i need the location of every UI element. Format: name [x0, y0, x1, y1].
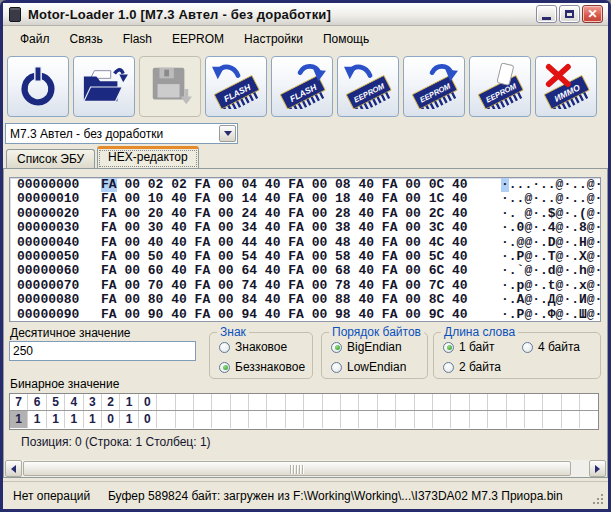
- hex-bytes[interactable]: FA 00 20 40 FA 00 24 40 FA 00 28 40 FA 0…: [101, 207, 468, 221]
- write-flash-button[interactable]: FLASH: [271, 56, 333, 117]
- tab-ecu-list[interactable]: Список ЭБУ: [6, 149, 95, 168]
- minimize-button[interactable]: [536, 5, 557, 23]
- bit-value-cell[interactable]: [286, 411, 304, 428]
- bit-value-cell[interactable]: [267, 411, 285, 428]
- titlebar[interactable]: Motor-Loader 1.0 [М7.3 Автел - без дораб…: [3, 3, 608, 26]
- ecu-combobox[interactable]: М7.3 Автел - без доработки: [5, 123, 238, 144]
- bit-value-cell[interactable]: [231, 411, 249, 428]
- hex-row[interactable]: 00000040FA 00 40 40 FA 00 44 40 FA 00 48…: [10, 236, 600, 250]
- bit-value-cell[interactable]: 0: [139, 411, 157, 428]
- hex-row[interactable]: 00000010FA 00 10 40 FA 00 14 40 FA 00 18…: [10, 192, 600, 206]
- hex-row[interactable]: 00000080FA 00 80 40 FA 00 84 40 FA 00 88…: [10, 293, 600, 307]
- hex-ascii[interactable]: ·.@@·.D@·.H@·: [501, 236, 601, 250]
- bit-value-cell[interactable]: [323, 411, 341, 428]
- bit-value-cell[interactable]: [378, 411, 396, 428]
- hex-row[interactable]: 00000060FA 00 60 40 FA 00 64 40 FA 00 68…: [10, 264, 600, 278]
- hex-ascii[interactable]: ·.`@·.d@·.h@·: [501, 264, 601, 278]
- hex-row[interactable]: 00000020FA 00 20 40 FA 00 24 40 FA 00 28…: [10, 207, 600, 221]
- bit-value-cell[interactable]: [249, 411, 267, 428]
- hex-row[interactable]: 00000090FA 00 90 40 FA 00 94 40 FA 00 98…: [10, 308, 600, 322]
- radio-bigendian[interactable]: [331, 342, 342, 353]
- scroll-left-button[interactable]: [5, 460, 22, 477]
- menu-link[interactable]: Связь: [60, 29, 113, 49]
- hex-bytes[interactable]: FA 00 30 40 FA 00 34 40 FA 00 38 40 FA 0…: [101, 221, 468, 235]
- hex-bytes[interactable]: FA 00 10 40 FA 00 14 40 FA 00 18 40 FA 0…: [101, 192, 468, 206]
- hex-ascii[interactable]: ·.Р@·.Ф@·.Ш@·: [501, 308, 601, 322]
- bit-value-cell[interactable]: [396, 411, 414, 428]
- hex-ascii[interactable]: ·. @·.$@·.(@·: [501, 207, 601, 221]
- open-file-button[interactable]: [73, 56, 135, 117]
- bit-value-cell[interactable]: [157, 411, 175, 428]
- radio-4-bytes[interactable]: [522, 342, 533, 353]
- read-flash-button[interactable]: FLASH: [205, 56, 267, 117]
- hex-bytes[interactable]: FA 00 02 02 FA 00 04 40 FA 00 08 40 FA 0…: [101, 178, 468, 192]
- bit-value-cell[interactable]: [470, 411, 488, 428]
- bit-value-cell[interactable]: 0: [102, 411, 120, 428]
- bit-value-cell[interactable]: [562, 411, 580, 428]
- app-icon[interactable]: [9, 7, 21, 22]
- menu-help[interactable]: Помощь: [313, 29, 379, 49]
- bit-value-cell[interactable]: [359, 411, 377, 428]
- maximize-button[interactable]: [559, 5, 580, 23]
- save-file-button[interactable]: [139, 56, 201, 117]
- hex-row[interactable]: 00000000FA 00 02 02 FA 00 04 40 FA 00 08…: [10, 178, 600, 192]
- bit-value-cell[interactable]: 1: [120, 411, 138, 428]
- radio-lowendian[interactable]: [331, 362, 342, 373]
- bit-value-cell[interactable]: [580, 411, 598, 428]
- hex-bytes[interactable]: FA 00 60 40 FA 00 64 40 FA 00 68 40 FA 0…: [101, 264, 468, 278]
- scrollbar-thumb[interactable]: [23, 461, 571, 476]
- hex-bytes[interactable]: FA 00 70 40 FA 00 74 40 FA 00 78 40 FA 0…: [101, 279, 468, 293]
- bit-value-cell[interactable]: [176, 411, 194, 428]
- erase-eeprom-button[interactable]: EEPROM: [469, 56, 531, 117]
- tab-hex-editor[interactable]: HEX-редактор: [97, 146, 199, 168]
- scroll-right-button[interactable]: [589, 460, 606, 477]
- menu-flash[interactable]: Flash: [113, 29, 162, 49]
- radio-signed[interactable]: [219, 342, 230, 353]
- immo-button[interactable]: ИММО: [535, 56, 597, 117]
- write-eeprom-button[interactable]: EEPROM: [403, 56, 465, 117]
- menu-file[interactable]: Файл: [10, 29, 60, 49]
- hex-ascii[interactable]: ·.А@·.Д@·.И@·: [501, 293, 601, 307]
- selected-byte[interactable]: FA: [101, 177, 117, 192]
- bit-value-cell[interactable]: [194, 411, 212, 428]
- horizontal-scrollbar[interactable]: [5, 460, 606, 477]
- combobox-dropdown-button[interactable]: [219, 125, 236, 142]
- hex-ascii[interactable]: ·...·..@·..@·: [501, 178, 601, 192]
- bit-value-cell[interactable]: [341, 411, 359, 428]
- bit-value-cell[interactable]: [488, 411, 506, 428]
- close-button[interactable]: ✕: [582, 5, 603, 23]
- bit-value-cell[interactable]: 1: [28, 411, 46, 428]
- bit-value-cell[interactable]: [507, 411, 525, 428]
- resize-grip[interactable]: [593, 493, 605, 505]
- decimal-value-input[interactable]: [9, 341, 196, 361]
- bit-value-cell[interactable]: 1: [84, 411, 102, 428]
- hex-row[interactable]: 00000070FA 00 70 40 FA 00 74 40 FA 00 78…: [10, 279, 600, 293]
- bit-value-cell[interactable]: [212, 411, 230, 428]
- bit-value-cell[interactable]: 1: [65, 411, 83, 428]
- bit-value-cell[interactable]: [543, 411, 561, 428]
- bit-value-cell[interactable]: 1: [47, 411, 65, 428]
- hex-view[interactable]: 00000000FA 00 02 02 FA 00 04 40 FA 00 08…: [9, 177, 601, 322]
- bit-value-cell[interactable]: [415, 411, 433, 428]
- radio-1-byte[interactable]: [443, 342, 454, 353]
- read-eeprom-button[interactable]: EEPROM: [337, 56, 399, 117]
- hex-bytes[interactable]: FA 00 50 40 FA 00 54 40 FA 00 58 40 FA 0…: [101, 250, 468, 264]
- hex-bytes[interactable]: FA 00 80 40 FA 00 84 40 FA 00 88 40 FA 0…: [101, 293, 468, 307]
- power-button[interactable]: [7, 56, 69, 117]
- bit-value-cell[interactable]: 1: [10, 411, 28, 428]
- hex-row[interactable]: 00000030FA 00 30 40 FA 00 34 40 FA 00 38…: [10, 221, 600, 235]
- bit-value-cell[interactable]: [451, 411, 469, 428]
- hex-ascii[interactable]: ·.0@·.4@·.8@·: [501, 221, 601, 235]
- menu-eeprom[interactable]: EEPROM: [162, 29, 234, 49]
- bit-value-cell[interactable]: [433, 411, 451, 428]
- radio-2-bytes[interactable]: [443, 362, 454, 373]
- hex-row[interactable]: 00000050FA 00 50 40 FA 00 54 40 FA 00 58…: [10, 250, 600, 264]
- hex-bytes[interactable]: FA 00 90 40 FA 00 94 40 FA 00 98 40 FA 0…: [101, 308, 468, 322]
- hex-ascii[interactable]: ·.P@·.T@·.X@·: [501, 250, 601, 264]
- bit-value-cell[interactable]: [525, 411, 543, 428]
- hex-ascii[interactable]: ·.p@·.t@·.x@·: [501, 279, 601, 293]
- menu-settings[interactable]: Настройки: [234, 29, 313, 49]
- hex-ascii[interactable]: ·..@·..@·..@·: [501, 192, 601, 206]
- bit-value-cell[interactable]: [304, 411, 322, 428]
- radio-unsigned[interactable]: [219, 362, 230, 373]
